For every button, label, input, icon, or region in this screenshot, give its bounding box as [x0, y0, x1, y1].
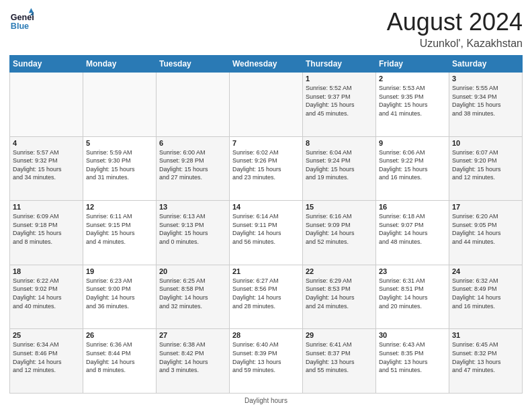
- day-info: Sunrise: 6:00 AMSunset: 9:28 PMDaylight:…: [159, 148, 226, 182]
- day-number: 22: [306, 267, 373, 275]
- calendar-cell: 9Sunrise: 6:06 AMSunset: 9:22 PMDaylight…: [376, 136, 449, 201]
- page: General Blue August 2024 Uzunkol', Kazak…: [0, 0, 532, 411]
- calendar-week-3: 11Sunrise: 6:09 AMSunset: 9:18 PMDayligh…: [10, 201, 523, 265]
- day-info: Sunrise: 6:20 AMSunset: 9:05 PMDaylight:…: [452, 212, 519, 246]
- calendar-week-2: 4Sunrise: 5:57 AMSunset: 9:32 PMDaylight…: [10, 136, 523, 201]
- calendar-cell: 12Sunrise: 6:11 AMSunset: 9:15 PMDayligh…: [83, 201, 157, 265]
- footer-note: Daylight hours: [9, 397, 523, 404]
- calendar-cell: 5Sunrise: 5:59 AMSunset: 9:30 PMDaylight…: [83, 136, 157, 201]
- day-info: Sunrise: 6:36 AMSunset: 8:44 PMDaylight:…: [86, 340, 153, 374]
- day-number: 19: [86, 267, 153, 275]
- calendar-cell: 26Sunrise: 6:36 AMSunset: 8:44 PMDayligh…: [83, 329, 157, 394]
- calendar-cell: 21Sunrise: 6:27 AMSunset: 8:56 PMDayligh…: [230, 265, 303, 329]
- day-number: 14: [232, 203, 300, 211]
- day-info: Sunrise: 6:04 AMSunset: 9:24 PMDaylight:…: [306, 148, 373, 182]
- calendar-week-1: 1Sunrise: 5:52 AMSunset: 9:37 PMDaylight…: [10, 73, 523, 137]
- day-number: 29: [306, 331, 373, 339]
- day-info: Sunrise: 6:14 AMSunset: 9:11 PMDaylight:…: [232, 212, 300, 246]
- calendar-cell: 17Sunrise: 6:20 AMSunset: 9:05 PMDayligh…: [449, 201, 523, 265]
- header: General Blue August 2024 Uzunkol', Kazak…: [9, 8, 523, 50]
- calendar-table: Sunday Monday Tuesday Wednesday Thursday…: [9, 55, 523, 394]
- day-info: Sunrise: 6:18 AMSunset: 9:07 PMDaylight:…: [379, 212, 446, 246]
- calendar-cell: 24Sunrise: 6:32 AMSunset: 8:49 PMDayligh…: [449, 265, 523, 329]
- day-number: 24: [452, 267, 519, 275]
- calendar-cell: 10Sunrise: 6:07 AMSunset: 9:20 PMDayligh…: [449, 136, 523, 201]
- main-title: August 2024: [387, 8, 523, 36]
- day-number: 1: [306, 75, 373, 83]
- day-info: Sunrise: 5:59 AMSunset: 9:30 PMDaylight:…: [86, 148, 153, 182]
- day-info: Sunrise: 6:22 AMSunset: 9:02 PMDaylight:…: [13, 277, 80, 310]
- calendar-cell: [230, 73, 303, 137]
- day-info: Sunrise: 6:02 AMSunset: 9:26 PMDaylight:…: [232, 148, 300, 182]
- calendar-cell: [157, 73, 230, 137]
- calendar-header-row: Sunday Monday Tuesday Wednesday Thursday…: [10, 56, 523, 73]
- day-info: Sunrise: 6:40 AMSunset: 8:39 PMDaylight:…: [232, 340, 300, 374]
- day-info: Sunrise: 6:34 AMSunset: 8:46 PMDaylight:…: [13, 340, 80, 374]
- day-number: 5: [86, 139, 153, 147]
- calendar-cell: 29Sunrise: 6:41 AMSunset: 8:37 PMDayligh…: [303, 329, 376, 394]
- col-saturday: Saturday: [449, 56, 523, 73]
- calendar-cell: 11Sunrise: 6:09 AMSunset: 9:18 PMDayligh…: [10, 201, 83, 265]
- day-info: Sunrise: 6:16 AMSunset: 9:09 PMDaylight:…: [306, 212, 373, 246]
- day-info: Sunrise: 6:09 AMSunset: 9:18 PMDaylight:…: [13, 212, 80, 246]
- day-info: Sunrise: 5:55 AMSunset: 9:34 PMDaylight:…: [452, 84, 519, 118]
- day-info: Sunrise: 6:23 AMSunset: 9:00 PMDaylight:…: [86, 277, 153, 310]
- col-sunday: Sunday: [10, 56, 83, 73]
- day-number: 15: [306, 203, 373, 211]
- calendar-cell: 14Sunrise: 6:14 AMSunset: 9:11 PMDayligh…: [230, 201, 303, 265]
- calendar-cell: 13Sunrise: 6:13 AMSunset: 9:13 PMDayligh…: [157, 201, 230, 265]
- calendar-cell: 20Sunrise: 6:25 AMSunset: 8:58 PMDayligh…: [157, 265, 230, 329]
- day-number: 16: [379, 203, 446, 211]
- day-info: Sunrise: 6:27 AMSunset: 8:56 PMDaylight:…: [232, 277, 300, 310]
- day-info: Sunrise: 6:32 AMSunset: 8:49 PMDaylight:…: [452, 277, 519, 310]
- day-number: 20: [159, 267, 226, 275]
- logo-icon: General Blue: [9, 8, 34, 32]
- calendar-cell: 4Sunrise: 5:57 AMSunset: 9:32 PMDaylight…: [10, 136, 83, 201]
- calendar-cell: 1Sunrise: 5:52 AMSunset: 9:37 PMDaylight…: [303, 73, 376, 137]
- svg-marker-2: [29, 8, 34, 13]
- calendar-cell: 25Sunrise: 6:34 AMSunset: 8:46 PMDayligh…: [10, 329, 83, 394]
- daylight-hours-label: Daylight hours: [245, 397, 287, 404]
- calendar-cell: 18Sunrise: 6:22 AMSunset: 9:02 PMDayligh…: [10, 265, 83, 329]
- day-info: Sunrise: 6:11 AMSunset: 9:15 PMDaylight:…: [86, 212, 153, 246]
- subtitle: Uzunkol', Kazakhstan: [387, 38, 523, 50]
- day-number: 13: [159, 203, 226, 211]
- title-block: August 2024 Uzunkol', Kazakhstan: [387, 8, 523, 50]
- calendar-cell: 7Sunrise: 6:02 AMSunset: 9:26 PMDaylight…: [230, 136, 303, 201]
- day-number: 4: [13, 139, 80, 147]
- day-number: 3: [452, 75, 519, 83]
- day-info: Sunrise: 6:38 AMSunset: 8:42 PMDaylight:…: [159, 340, 226, 374]
- day-info: Sunrise: 6:13 AMSunset: 9:13 PMDaylight:…: [159, 212, 226, 246]
- calendar-cell: 23Sunrise: 6:31 AMSunset: 8:51 PMDayligh…: [376, 265, 449, 329]
- day-number: 2: [379, 75, 446, 83]
- col-tuesday: Tuesday: [157, 56, 230, 73]
- day-number: 30: [379, 331, 446, 339]
- col-monday: Monday: [83, 56, 157, 73]
- day-number: 21: [232, 267, 300, 275]
- calendar-week-5: 25Sunrise: 6:34 AMSunset: 8:46 PMDayligh…: [10, 329, 523, 394]
- day-number: 27: [159, 331, 226, 339]
- day-number: 26: [86, 331, 153, 339]
- day-number: 9: [379, 139, 446, 147]
- calendar-cell: 6Sunrise: 6:00 AMSunset: 9:28 PMDaylight…: [157, 136, 230, 201]
- col-thursday: Thursday: [303, 56, 376, 73]
- day-number: 28: [232, 331, 300, 339]
- calendar-cell: 3Sunrise: 5:55 AMSunset: 9:34 PMDaylight…: [449, 73, 523, 137]
- calendar-cell: 28Sunrise: 6:40 AMSunset: 8:39 PMDayligh…: [230, 329, 303, 394]
- calendar-week-4: 18Sunrise: 6:22 AMSunset: 9:02 PMDayligh…: [10, 265, 523, 329]
- day-info: Sunrise: 6:43 AMSunset: 8:35 PMDaylight:…: [379, 340, 446, 374]
- day-info: Sunrise: 5:53 AMSunset: 9:35 PMDaylight:…: [379, 84, 446, 118]
- calendar-cell: 16Sunrise: 6:18 AMSunset: 9:07 PMDayligh…: [376, 201, 449, 265]
- day-info: Sunrise: 6:06 AMSunset: 9:22 PMDaylight:…: [379, 148, 446, 182]
- day-info: Sunrise: 6:41 AMSunset: 8:37 PMDaylight:…: [306, 340, 373, 374]
- day-number: 23: [379, 267, 446, 275]
- logo: General Blue: [9, 8, 34, 32]
- day-number: 18: [13, 267, 80, 275]
- svg-text:Blue: Blue: [11, 21, 29, 31]
- calendar-cell: 19Sunrise: 6:23 AMSunset: 9:00 PMDayligh…: [83, 265, 157, 329]
- day-info: Sunrise: 5:52 AMSunset: 9:37 PMDaylight:…: [306, 84, 373, 118]
- col-wednesday: Wednesday: [230, 56, 303, 73]
- day-number: 7: [232, 139, 300, 147]
- day-info: Sunrise: 6:29 AMSunset: 8:53 PMDaylight:…: [306, 277, 373, 310]
- day-info: Sunrise: 6:45 AMSunset: 8:32 PMDaylight:…: [452, 340, 519, 374]
